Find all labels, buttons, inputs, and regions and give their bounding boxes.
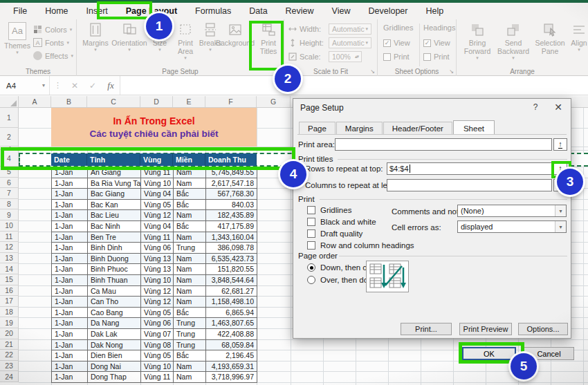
- table-cell[interactable]: Nam: [174, 232, 206, 243]
- table-cell[interactable]: Cao Bang: [88, 308, 141, 319]
- bring-forward-button[interactable]: Bring Forward ▾: [461, 22, 493, 61]
- table-cell[interactable]: Vùng 12: [141, 297, 174, 308]
- print-option-row-and-column-headings[interactable]: Row and column headings: [307, 239, 414, 251]
- table-cell[interactable]: Trung: [174, 329, 206, 340]
- table-cell[interactable]: Bắc: [174, 200, 206, 211]
- table-cell[interactable]: Trung: [174, 243, 206, 254]
- column-header-B[interactable]: B: [51, 96, 87, 107]
- row-header-18[interactable]: 18: [0, 307, 19, 318]
- tab-help[interactable]: Help: [416, 3, 452, 19]
- table-cell[interactable]: Nam: [174, 297, 206, 308]
- row-header-24[interactable]: 24: [0, 371, 19, 382]
- row-header-15[interactable]: 15: [0, 274, 19, 285]
- table-header-cell[interactable]: Vùng: [140, 153, 173, 166]
- table-cell[interactable]: Vùng 07: [141, 329, 174, 340]
- table-cell[interactable]: Vùng 05: [141, 200, 174, 211]
- table-cell[interactable]: Da Nang: [88, 318, 141, 329]
- row-header-6[interactable]: 6: [0, 178, 19, 189]
- scale-stepper[interactable]: 100%▴▾: [329, 51, 362, 62]
- table-cell[interactable]: 1-Jan: [52, 210, 88, 221]
- table-cell[interactable]: 6,535,423.73: [206, 254, 257, 265]
- table-cell[interactable]: 422,408.88: [206, 329, 257, 340]
- headings-print-checkbox[interactable]: Print: [423, 50, 455, 64]
- colors-button[interactable]: Colors ▾: [33, 23, 73, 36]
- table-cell[interactable]: Dak Nong: [88, 340, 141, 351]
- table-cell[interactable]: Dien Bien: [88, 350, 141, 361]
- tab-insert[interactable]: Insert: [77, 3, 117, 19]
- print-dialog-button[interactable]: Print...: [401, 323, 452, 335]
- table-cell[interactable]: Vùng 11: [141, 232, 174, 243]
- table-cell[interactable]: Bắc: [174, 221, 206, 232]
- table-cell[interactable]: An Giang: [88, 167, 141, 178]
- tab-view[interactable]: View: [323, 3, 360, 19]
- width-select[interactable]: Automatic▾: [329, 24, 371, 35]
- table-cell[interactable]: Nam: [174, 361, 206, 373]
- table-cell[interactable]: Bac Ninh: [88, 221, 141, 232]
- table-cell[interactable]: 3,848,544.64: [206, 275, 257, 286]
- table-cell[interactable]: Nam: [174, 264, 206, 275]
- table-header-cell[interactable]: Date: [51, 153, 87, 166]
- dialog-tab-margins[interactable]: Margins: [336, 122, 383, 134]
- tab-home[interactable]: Home: [36, 3, 77, 19]
- row-header-7[interactable]: 7: [0, 188, 19, 199]
- table-cell[interactable]: Vùng 08: [141, 340, 174, 351]
- row-header-21[interactable]: 21: [0, 339, 19, 350]
- table-cell[interactable]: Vùng 10: [141, 275, 174, 286]
- breaks-button[interactable]: Breaks ▾: [199, 22, 221, 53]
- table-header-cell[interactable]: Miền: [173, 153, 205, 166]
- column-header-D[interactable]: D: [140, 96, 173, 107]
- table-cell[interactable]: Dong Nai: [88, 361, 141, 373]
- table-cell[interactable]: 2,196.45: [206, 350, 257, 361]
- dialog-close-icon[interactable]: ✕: [551, 102, 565, 113]
- table-cell[interactable]: Nam: [174, 178, 206, 189]
- tab-file[interactable]: File: [4, 3, 36, 19]
- table-cell[interactable]: 1-Jan: [52, 264, 88, 275]
- tab-developer[interactable]: Developer: [359, 3, 416, 19]
- table-cell[interactable]: Bắc: [174, 189, 206, 200]
- column-header-F[interactable]: F: [205, 96, 257, 107]
- table-cell[interactable]: 567,768.30: [206, 189, 257, 200]
- table-cell[interactable]: 1-Jan: [52, 318, 88, 329]
- table-cell[interactable]: 1-Jan: [52, 254, 88, 265]
- row-header-17[interactable]: 17: [0, 296, 19, 307]
- height-select[interactable]: Automatic▾: [329, 37, 371, 48]
- table-cell[interactable]: Bac Kan: [88, 200, 141, 211]
- table-cell[interactable]: Dak Lak: [88, 329, 141, 340]
- tab-review[interactable]: Review: [277, 3, 323, 19]
- align-button[interactable]: Align ▾: [569, 22, 588, 53]
- options-button[interactable]: Options...: [518, 323, 568, 335]
- rows-repeat-input[interactable]: $4:$4: [387, 162, 552, 175]
- row-header-20[interactable]: 20: [0, 328, 19, 339]
- cell-errors-dropdown[interactable]: displayed ▾: [457, 220, 567, 233]
- row-header-4[interactable]: 4: [0, 150, 19, 167]
- table-cell[interactable]: Vùng 12: [141, 210, 174, 221]
- table-cell[interactable]: Dong Thap: [88, 372, 141, 383]
- table-cell[interactable]: 1-Jan: [52, 243, 88, 254]
- table-cell[interactable]: Vùng 06: [141, 318, 174, 329]
- row-header-8[interactable]: 8: [0, 199, 19, 210]
- row-header-19[interactable]: 19: [0, 317, 19, 328]
- row-header-1[interactable]: 1: [0, 108, 19, 128]
- table-cell[interactable]: 1,463,807.65: [206, 318, 257, 329]
- cols-repeat-input[interactable]: [387, 179, 552, 191]
- table-cell[interactable]: Vùng 04: [141, 189, 174, 200]
- table-cell[interactable]: Vùng 10: [141, 178, 174, 189]
- row-header-23[interactable]: 23: [0, 361, 19, 372]
- column-header-G[interactable]: G: [257, 96, 291, 107]
- cancel-entry-icon[interactable]: ✕: [66, 81, 84, 91]
- confirm-entry-icon[interactable]: ✓: [84, 81, 102, 91]
- table-cell[interactable]: Nam: [174, 254, 206, 265]
- row-header-22[interactable]: 22: [0, 350, 19, 361]
- sheet-options-dialog-launcher-icon[interactable]: ↘: [449, 69, 454, 75]
- sheet-title-block[interactable]: In Ấn Trong Excel Các tuyệt chiêu cần ph…: [51, 108, 257, 147]
- table-cell[interactable]: Vùng 06: [141, 243, 174, 254]
- table-cell[interactable]: 5,745,849.55: [206, 167, 257, 178]
- table-cell[interactable]: 840.03: [206, 200, 257, 211]
- tab-formulas[interactable]: Formulas: [186, 3, 240, 19]
- send-backward-button[interactable]: Send Backward ▾: [495, 22, 531, 61]
- table-header-cell[interactable]: Tỉnh: [87, 153, 140, 166]
- row-header-5[interactable]: 5: [0, 167, 19, 178]
- table-cell[interactable]: 62,681.27: [206, 286, 257, 297]
- table-cell[interactable]: Ben Tre: [88, 232, 141, 243]
- table-cell[interactable]: 182,435.89: [206, 210, 257, 221]
